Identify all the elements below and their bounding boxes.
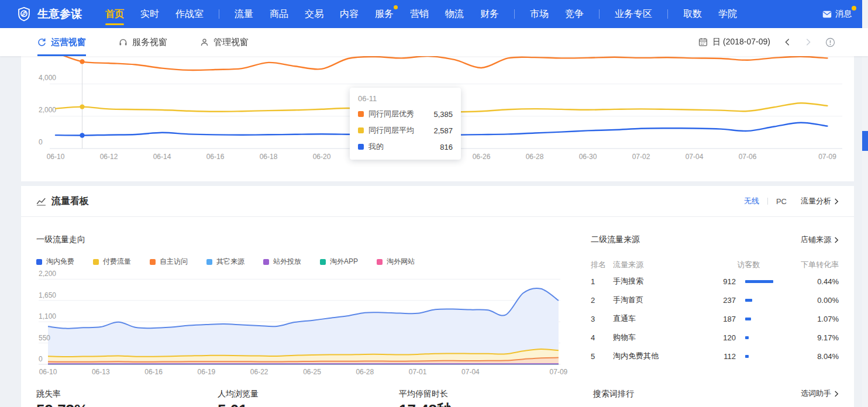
svg-text:07-09: 07-09 xyxy=(818,153,836,161)
traffic-source-row[interactable]: 2手淘首页2370.00% xyxy=(591,291,839,309)
nav-item-学院[interactable]: 学院 xyxy=(710,0,745,28)
nav-item-label: 实时 xyxy=(140,9,159,19)
tab-label: 服务视窗 xyxy=(132,37,167,48)
info-icon[interactable] xyxy=(825,37,835,47)
nav-item-label: 取数 xyxy=(683,9,702,19)
legend-item-其它来源[interactable]: 其它来源 xyxy=(206,257,244,267)
chevron-right-icon xyxy=(834,237,839,243)
source-visitors: 237 xyxy=(698,296,736,305)
svg-text:0: 0 xyxy=(39,138,43,146)
traffic-source-row[interactable]: 4购物车1209.17% xyxy=(591,328,839,347)
metric-value: 17.48秒 xyxy=(399,401,580,407)
secondary-sources-section: 二级流量来源 店铺来源 排名流量来源访客数下单转化率1手淘搜索9120.44%2… xyxy=(565,217,854,389)
nav-item-交易[interactable]: 交易 xyxy=(297,0,332,28)
svg-text:06-22: 06-22 xyxy=(250,368,268,376)
traffic-area-chart[interactable]: 05501,1001,6502,20006-1006-1306-1606-190… xyxy=(36,270,580,381)
nav-item-市场[interactable]: 市场 xyxy=(522,0,557,28)
brand[interactable]: 生意参谋 xyxy=(16,6,82,22)
toggle-pc[interactable]: PC xyxy=(776,197,787,206)
legend-item-自主访问[interactable]: 自主访问 xyxy=(150,257,188,267)
tab-服务视窗[interactable]: 服务视窗 xyxy=(119,28,167,56)
legend-label: 淘内免费 xyxy=(46,257,74,267)
line-chart-icon xyxy=(36,196,46,206)
message-label: 消息 xyxy=(835,9,852,19)
nav-item-商品[interactable]: 商品 xyxy=(261,0,297,28)
legend-swatch xyxy=(377,259,383,265)
scrollbar-thumb[interactable] xyxy=(862,131,868,151)
tab-管理视窗[interactable]: 管理视窗 xyxy=(200,28,249,56)
nav-item-物流[interactable]: 物流 xyxy=(437,0,472,28)
traffic-source-row[interactable]: 1手淘搜索9120.44% xyxy=(591,272,839,291)
nav-item-内容[interactable]: 内容 xyxy=(332,0,367,28)
legend-label: 付费流量 xyxy=(103,257,131,267)
legend-label: 其它来源 xyxy=(216,257,244,267)
nav-item-竞争[interactable]: 竞争 xyxy=(557,0,592,28)
area-chart-legend: 淘内免费付费流量自主访问其它来源站外投放淘外APP淘外网站 xyxy=(36,257,565,267)
nav-message[interactable]: 消息 xyxy=(822,9,857,19)
nav-item-label: 内容 xyxy=(340,9,359,19)
svg-text:06-10: 06-10 xyxy=(47,153,65,161)
metric-label: 人均浏览量 xyxy=(218,389,399,398)
toggle-wireless[interactable]: 无线 xyxy=(744,196,759,206)
traffic-panel-controls: 无线 PC 流量分析 xyxy=(744,196,839,206)
legend-item-付费流量[interactable]: 付费流量 xyxy=(93,257,131,267)
traffic-analysis-link[interactable]: 流量分析 xyxy=(801,196,839,206)
top-navbar: 生意参谋 首页实时作战室流量商品交易内容服务营销物流财务市场竞争业务专区取数学院… xyxy=(0,0,868,28)
svg-text:1,100: 1,100 xyxy=(39,312,56,320)
nav-divider xyxy=(667,9,668,19)
chart-tooltip: 06-11 同行同层优秀5,385同行同层平均2,587我的816 xyxy=(350,88,461,160)
source-visitors: 112 xyxy=(698,352,736,361)
tab-运营视窗[interactable]: 运营视窗 xyxy=(37,28,86,56)
source-name: 购物车 xyxy=(613,332,698,343)
tooltip-row: 我的816 xyxy=(358,142,453,152)
nav-item-取数[interactable]: 取数 xyxy=(675,0,710,28)
source-name: 淘内免费其他 xyxy=(613,351,698,361)
traffic-source-row[interactable]: 5淘内免费其他1128.04% xyxy=(591,347,839,365)
legend-swatch xyxy=(150,259,156,265)
date-picker[interactable]: 日 (2018-07-09) xyxy=(698,37,770,47)
source-conversion: 9.17% xyxy=(790,333,839,342)
nav-item-实时[interactable]: 实时 xyxy=(132,0,167,28)
legend-item-淘外APP[interactable]: 淘外APP xyxy=(320,257,358,267)
nav-divider xyxy=(514,9,515,19)
source-bar-cell xyxy=(736,318,790,320)
nav-item-label: 作战室 xyxy=(175,9,204,19)
nav-item-首页[interactable]: 首页 xyxy=(97,0,132,28)
legend-item-淘内免费[interactable]: 淘内免费 xyxy=(36,257,74,267)
source-rank: 4 xyxy=(591,333,613,342)
nav-item-作战室[interactable]: 作战室 xyxy=(167,0,212,28)
svg-text:06-19: 06-19 xyxy=(198,368,216,376)
prev-date-icon[interactable] xyxy=(783,38,791,46)
source-bar-cell xyxy=(736,336,790,339)
nav-item-服务[interactable]: 服务 xyxy=(367,0,402,28)
next-date-icon[interactable] xyxy=(804,38,812,46)
nav-item-label: 营销 xyxy=(410,9,429,19)
nav-item-营销[interactable]: 营销 xyxy=(402,0,437,28)
brand-name: 生意参谋 xyxy=(37,6,82,22)
word-picker-label: 选词助手 xyxy=(801,389,831,398)
nav-item-label: 服务 xyxy=(375,9,394,19)
traffic-analysis-label: 流量分析 xyxy=(801,196,831,206)
traffic-panel-title-wrap: 流量看板 xyxy=(36,195,89,208)
word-picker-link[interactable]: 选词助手 xyxy=(801,389,839,398)
svg-text:06-10: 06-10 xyxy=(39,368,57,376)
legend-item-站外投放[interactable]: 站外投放 xyxy=(263,257,301,267)
nav-item-label: 流量 xyxy=(235,9,253,19)
person-icon xyxy=(200,38,209,47)
nav-item-流量[interactable]: 流量 xyxy=(226,0,261,28)
svg-text:06-14: 06-14 xyxy=(153,153,171,161)
nav-item-业务专区[interactable]: 业务专区 xyxy=(607,0,660,28)
nav-item-财务[interactable]: 财务 xyxy=(472,0,507,28)
legend-label: 淘外APP xyxy=(330,257,358,267)
legend-swatch xyxy=(93,259,99,265)
legend-item-淘外网站[interactable]: 淘外网站 xyxy=(377,257,415,267)
primary-traffic-section: 一级流量走向 淘内免费付费流量自主访问其它来源站外投放淘外APP淘外网站 055… xyxy=(21,217,565,389)
search-rank-title: 搜索词排行 xyxy=(593,389,634,398)
shop-sources-link[interactable]: 店铺来源 xyxy=(801,234,839,245)
col-header-rank: 排名 xyxy=(591,260,613,270)
nav-item-label: 市场 xyxy=(530,9,549,19)
nav-item-label: 商品 xyxy=(270,9,288,19)
traffic-source-row[interactable]: 3直通车1871.07% xyxy=(591,309,839,328)
svg-text:07-01: 07-01 xyxy=(409,368,427,376)
page-scrollbar[interactable] xyxy=(862,0,868,407)
